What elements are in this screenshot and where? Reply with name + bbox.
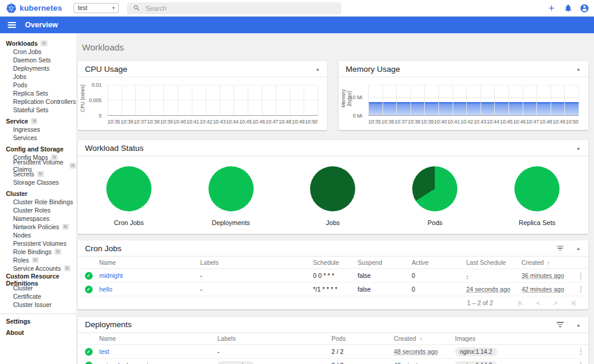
collapse-button[interactable]: ▴ xyxy=(576,66,581,72)
column-header-schedule[interactable]: Schedule xyxy=(313,257,358,268)
sidebar-item-ingresses[interactable]: Ingresses xyxy=(0,125,76,134)
sidebar-item-replication-controllers[interactable]: Replication Controllers xyxy=(0,97,76,106)
actions-column-header xyxy=(568,333,588,345)
sidebar-item-cron-jobs[interactable]: Cron Jobs xyxy=(0,48,76,56)
sidebar-item-storage-classes[interactable]: Storage Classes xyxy=(0,178,76,186)
sidebar-item-persistent-volumes[interactable]: Persistent Volumes xyxy=(0,239,76,248)
memory-chart: Memory (bytes) 10 Mi 0 Mi 10:3510:3610:3… xyxy=(339,77,588,130)
collapse-button[interactable]: ▴ xyxy=(576,145,581,151)
sidebar-item-persistent-volume-claims[interactable]: Persistent Volume ClaimsN xyxy=(0,162,76,170)
chart-gridline xyxy=(508,86,509,115)
hamburger-icon xyxy=(8,22,16,23)
search-input[interactable] xyxy=(146,5,335,12)
column-header-created[interactable]: Created↑ xyxy=(394,333,455,345)
chart-gridline xyxy=(466,86,467,115)
column-header-created[interactable]: Created↑ xyxy=(522,257,570,268)
status-ok-icon: ✓ xyxy=(85,348,93,356)
labels-cell: - xyxy=(217,345,331,359)
sidebar-item-cluster-roles[interactable]: Cluster Roles xyxy=(0,206,76,214)
sidebar-item-cluster-issuer[interactable]: Cluster Issuer xyxy=(0,300,76,309)
column-header-name[interactable]: Name xyxy=(99,333,217,345)
created-cell: 48 seconds ago xyxy=(394,348,438,355)
column-header-labels[interactable]: Labels xyxy=(217,333,331,345)
sidebar-item-label: Deployments xyxy=(13,65,49,72)
column-header-labels[interactable]: Labels xyxy=(200,257,313,268)
user-menu-button[interactable] xyxy=(579,2,590,14)
sidebar-item-daemon-sets[interactable]: Daemon Sets xyxy=(0,56,76,64)
next-page-button[interactable]: > xyxy=(554,299,557,306)
sidebar-item-certificate[interactable]: Certificate xyxy=(0,292,76,300)
namespace-select[interactable]: test ▾ xyxy=(74,3,119,13)
collapse-button[interactable]: ▴ xyxy=(315,66,320,72)
suspend-cell: false xyxy=(358,282,412,296)
search-bar[interactable] xyxy=(127,2,341,14)
sidebar-item-label: Certificate xyxy=(13,293,41,300)
column-header-images[interactable]: Images xyxy=(455,333,568,345)
sidebar-item-services[interactable]: Services xyxy=(0,134,76,142)
cronjob-link[interactable]: midnight xyxy=(99,272,123,279)
notifications-button[interactable] xyxy=(562,2,574,14)
deployment-link[interactable]: test xyxy=(99,348,109,355)
last-schedule-cell: 24 seconds ago xyxy=(466,286,510,293)
kubernetes-logo[interactable]: kubernetes xyxy=(6,3,63,14)
filter-button[interactable] xyxy=(557,322,564,327)
x-tick-label: 10:39 xyxy=(421,119,434,125)
filter-button[interactable] xyxy=(557,246,564,251)
collapse-button[interactable]: ▴ xyxy=(576,245,581,251)
labels-cell: - xyxy=(200,268,313,282)
sidebar-item-jobs[interactable]: Jobs xyxy=(0,72,76,81)
workload-status-item-deployments: Deployments xyxy=(180,166,282,226)
row-menu-button[interactable]: ⋮ xyxy=(574,285,588,293)
x-tick-label: 10:38 xyxy=(147,119,160,125)
row-menu-button[interactable]: ⋮ xyxy=(574,347,588,356)
sidebar-item-role-bindings[interactable]: Role BindingsN xyxy=(0,248,76,256)
chart-gridline xyxy=(206,86,206,115)
sidebar-section-service[interactable]: ServiceN xyxy=(0,117,76,125)
menu-button[interactable] xyxy=(8,22,16,28)
sidebar-item-service-accounts[interactable]: Service AccountsN xyxy=(0,264,76,273)
memory-area-fill xyxy=(368,102,579,115)
chevron-up-icon: ▴ xyxy=(577,145,580,151)
sidebar-item-namespaces[interactable]: Namespaces xyxy=(0,214,76,223)
sidebar-item-pods[interactable]: Pods xyxy=(0,81,76,89)
sidebar-nav: WorkloadsNCron JobsDaemon SetsDeployment… xyxy=(0,39,76,309)
column-header-pods[interactable]: Pods xyxy=(331,333,394,345)
column-header-active[interactable]: Active xyxy=(412,257,466,268)
card-header: CPU Usage ▴ xyxy=(78,61,327,77)
memory-x-ticks: 10:3510:3610:3710:3810:3910:4010:4110:42… xyxy=(368,119,579,125)
previous-page-button[interactable]: < xyxy=(536,299,539,306)
last-page-button[interactable]: >| xyxy=(571,299,575,306)
schedule-cell: 0 0 * * * xyxy=(313,268,358,282)
chart-gridline xyxy=(262,86,263,115)
card-header: Memory Usage ▴ xyxy=(339,61,588,77)
chart-gridline xyxy=(290,86,290,115)
chart-gridline xyxy=(233,86,234,115)
sidebar-item-stateful-sets[interactable]: Stateful Sets xyxy=(0,106,76,114)
row-menu-button[interactable]: ⋮ xyxy=(574,361,588,364)
first-page-button[interactable]: |< xyxy=(518,299,522,306)
column-header-suspend[interactable]: Suspend xyxy=(358,257,412,268)
cronjob-link[interactable]: hello xyxy=(99,286,112,293)
create-button[interactable] xyxy=(545,2,557,14)
sidebar-item-deployments[interactable]: Deployments xyxy=(0,64,76,72)
sidebar-item-replica-sets[interactable]: Replica Sets xyxy=(0,89,76,97)
schedule-cell: */1 * * * * xyxy=(313,282,358,296)
namespaced-badge: N xyxy=(40,40,47,46)
sidebar-item-cluster-role-bindings[interactable]: Cluster Role Bindings xyxy=(0,198,76,206)
namespaced-badge: N xyxy=(64,265,71,271)
sidebar-item-settings[interactable]: Settings xyxy=(0,317,76,325)
deployment-link[interactable]: nginx-deployment xyxy=(99,362,148,364)
sidebar-item-label: Persistent Volumes xyxy=(13,240,67,247)
sidebar-item-nodes[interactable]: Nodes xyxy=(0,231,76,239)
row-menu-button[interactable]: ⋮ xyxy=(574,271,588,280)
column-header-last-schedule[interactable]: Last Schedule xyxy=(466,257,522,268)
column-header-name[interactable]: Name xyxy=(99,257,200,268)
sidebar-section-workloads[interactable]: WorkloadsN xyxy=(0,39,76,48)
sidebar-item-label: Cron Jobs xyxy=(13,48,42,55)
sidebar-item-about[interactable]: About xyxy=(0,328,76,337)
namespaced-badge: N xyxy=(37,171,44,177)
sidebar-item-network-policies[interactable]: Network PoliciesN xyxy=(0,223,76,231)
namespaced-badge: N xyxy=(62,224,69,230)
sidebar-item-roles[interactable]: RolesN xyxy=(0,256,76,264)
collapse-button[interactable]: ▴ xyxy=(576,322,581,328)
